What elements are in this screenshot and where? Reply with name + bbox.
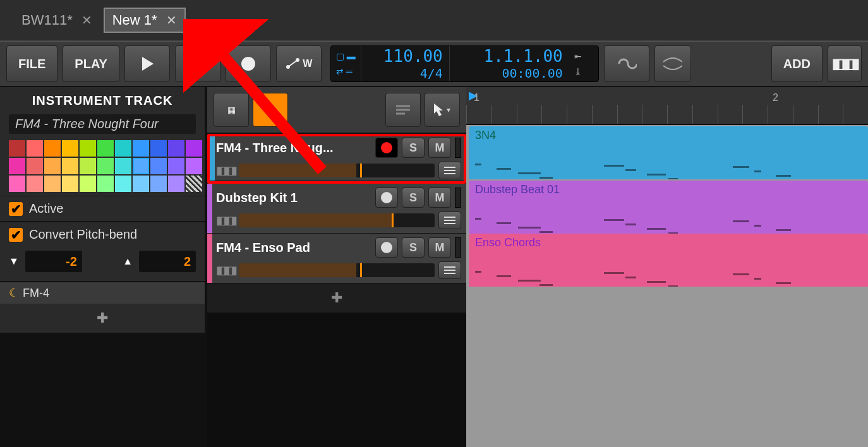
mute-button[interactable]: M xyxy=(428,138,451,158)
record-button[interactable] xyxy=(226,45,271,82)
solo-button[interactable]: S xyxy=(402,237,425,258)
color-swatch[interactable] xyxy=(97,140,114,157)
color-swatch[interactable] xyxy=(133,140,149,157)
color-swatch[interactable] xyxy=(115,158,131,174)
track-name-field[interactable]: FM4 - Three Nought Four xyxy=(9,114,196,134)
time-ruler[interactable]: ▶ 1 2 xyxy=(466,87,868,125)
triangle-down-icon[interactable]: ▼ xyxy=(9,256,19,267)
stop-button[interactable] xyxy=(175,45,220,82)
track-menu-button[interactable] xyxy=(438,162,461,179)
preroll-cell[interactable]: ⇤ ⤓ xyxy=(569,46,598,81)
volume-slider[interactable] xyxy=(239,213,435,227)
color-swatch[interactable] xyxy=(44,140,61,157)
track-header[interactable]: Dubstep Kit 1SM▮▯▮▯▮ xyxy=(207,184,466,234)
clip[interactable]: 3N4 xyxy=(469,126,868,179)
solo-button[interactable]: S xyxy=(402,188,425,208)
color-swatch[interactable] xyxy=(80,158,96,174)
track-header[interactable]: FM4 - Enso PadSM▮▯▮▯▮ xyxy=(207,234,466,283)
grid-active-button[interactable]: ━ xyxy=(253,93,288,127)
color-swatch[interactable] xyxy=(80,140,96,157)
add-device-button[interactable]: ✚ xyxy=(0,304,205,333)
color-swatch[interactable] xyxy=(168,158,184,174)
automation-write-button[interactable]: W xyxy=(276,45,322,82)
color-swatch[interactable] xyxy=(186,158,202,174)
cursor-tool-button[interactable]: ▾ xyxy=(425,93,460,127)
record-arm-button[interactable] xyxy=(375,188,398,208)
range-low-field[interactable]: -2 xyxy=(25,251,82,272)
volume-slider[interactable] xyxy=(239,263,435,277)
color-swatch[interactable] xyxy=(9,158,25,174)
svg-rect-45 xyxy=(647,228,666,230)
pitchbend-row[interactable]: ✔ Convert Pitch-bend xyxy=(0,221,205,247)
color-swatch[interactable] xyxy=(150,140,167,157)
grid-button[interactable]: ▦ xyxy=(214,93,249,127)
color-swatch[interactable] xyxy=(186,176,202,192)
color-swatch[interactable] xyxy=(62,140,78,157)
triangle-up-icon[interactable]: ▲ xyxy=(123,256,133,267)
color-swatch[interactable] xyxy=(150,158,167,174)
color-swatch[interactable] xyxy=(27,140,43,157)
automation-curve-button[interactable] xyxy=(654,45,691,82)
list-mode-button[interactable] xyxy=(385,93,421,127)
preset-row[interactable]: ☾ FM-4 xyxy=(0,282,205,304)
file-button[interactable]: FILE xyxy=(6,45,57,82)
color-swatch[interactable] xyxy=(62,158,78,174)
document-tab[interactable]: BW111* ✕ xyxy=(13,8,101,33)
color-swatch[interactable] xyxy=(150,176,167,192)
color-swatch[interactable] xyxy=(168,176,184,192)
track-menu-button[interactable] xyxy=(438,261,461,279)
checkbox-icon[interactable]: ✔ xyxy=(9,202,23,216)
tempo-cell[interactable]: 110.00 4/4 xyxy=(361,46,449,81)
clip[interactable]: Enso Chords xyxy=(469,234,868,287)
clip[interactable]: Dubstep Beat 01 xyxy=(469,181,868,234)
color-swatch[interactable] xyxy=(133,158,149,174)
color-swatch[interactable] xyxy=(168,140,184,157)
color-swatch[interactable] xyxy=(27,176,43,192)
loop-icons[interactable]: ▢ ▬ ⇄ ═ xyxy=(331,46,361,81)
color-swatch[interactable] xyxy=(27,158,43,174)
record-arm-button[interactable] xyxy=(375,237,398,258)
document-tab[interactable]: New 1* ✕ xyxy=(104,8,186,33)
color-swatch[interactable] xyxy=(9,140,25,157)
color-swatch[interactable] xyxy=(9,176,25,192)
play-button[interactable] xyxy=(124,45,170,82)
color-swatch[interactable] xyxy=(133,176,149,192)
active-row[interactable]: ✔ Active xyxy=(0,196,205,221)
svg-rect-31 xyxy=(733,166,749,168)
color-swatch[interactable] xyxy=(44,176,61,192)
svg-rect-68 xyxy=(754,278,761,280)
piano-view-button[interactable]: ▮▯▮▯▮ xyxy=(828,45,862,82)
color-swatch[interactable] xyxy=(97,158,114,174)
track-name: Dubstep Kit 1 xyxy=(216,191,371,205)
pitchbend-range-row: ▼ -2 ▲ 2 xyxy=(0,247,205,281)
mute-button[interactable]: M xyxy=(428,188,451,208)
color-swatch[interactable] xyxy=(62,176,78,192)
color-swatch[interactable] xyxy=(115,140,131,157)
color-swatch[interactable] xyxy=(115,176,131,192)
add-track-button[interactable]: ✚ xyxy=(207,283,466,313)
position-cell[interactable]: 1.1.1.00 00:00.00 xyxy=(449,46,569,81)
svg-rect-27 xyxy=(647,174,666,176)
punch-out-icon: ⤓ xyxy=(574,66,593,76)
color-swatch[interactable] xyxy=(186,140,202,157)
loop-toggle-button[interactable] xyxy=(604,45,649,82)
add-button[interactable]: ADD xyxy=(771,45,823,82)
color-swatch[interactable] xyxy=(97,176,114,192)
track-menu-button[interactable] xyxy=(438,212,461,229)
volume-slider[interactable] xyxy=(239,164,435,177)
track-name: FM4 - Three Noug... xyxy=(216,141,371,155)
checkbox-icon[interactable]: ✔ xyxy=(9,228,23,242)
arrangement-timeline[interactable]: ▶ 1 2 3N4Dubstep Beat 01Enso Chords xyxy=(466,87,868,447)
mute-button[interactable]: M xyxy=(428,237,451,258)
record-arm-button[interactable] xyxy=(375,138,398,158)
solo-button[interactable]: S xyxy=(402,138,425,158)
close-icon[interactable]: ✕ xyxy=(81,13,92,28)
range-high-field[interactable]: 2 xyxy=(139,251,196,272)
close-icon[interactable]: ✕ xyxy=(166,13,177,28)
ruler-bar-marker: 2 xyxy=(773,92,778,104)
color-swatch[interactable] xyxy=(80,176,96,192)
svg-rect-20 xyxy=(497,168,511,170)
color-swatch[interactable] xyxy=(44,158,61,174)
play-menu-button[interactable]: PLAY xyxy=(63,45,119,82)
track-header[interactable]: FM4 - Three Noug...SM▮▯▮▯▮ xyxy=(210,136,464,181)
